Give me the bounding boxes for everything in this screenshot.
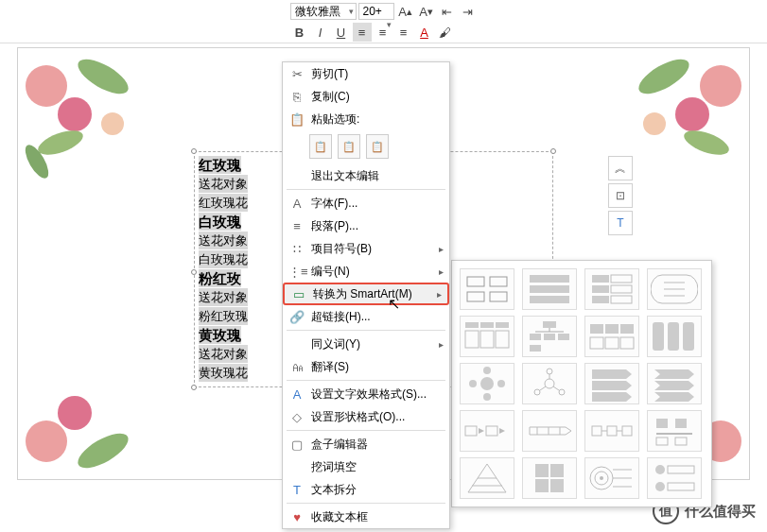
submenu-arrow-icon: ▸ <box>439 266 444 277</box>
smartart-horizontal-bullet-list[interactable] <box>647 268 702 310</box>
svg-point-0 <box>26 65 67 107</box>
smartart-segmented-process[interactable] <box>647 316 702 357</box>
menu-copy[interactable]: ⎘复制(C) <box>283 85 449 108</box>
svg-point-7 <box>675 97 709 131</box>
smartart-step-up-process[interactable] <box>584 410 639 452</box>
svg-line-65 <box>553 386 559 390</box>
text-line[interactable]: 白玫瑰花 <box>199 250 248 268</box>
text-line[interactable]: 送花对象 <box>199 232 248 249</box>
decrease-font-icon[interactable]: A▾ <box>417 2 436 21</box>
paste-icon: 📋 <box>288 112 305 127</box>
svg-rect-49 <box>605 337 619 349</box>
menu-convert-smartart[interactable]: ▭转换为 SmartArt(M)▸ <box>283 283 449 305</box>
svg-rect-83 <box>535 464 549 477</box>
smartart-radial-cluster[interactable] <box>460 363 514 404</box>
resize-handle[interactable] <box>191 148 197 154</box>
svg-rect-51 <box>653 322 664 351</box>
smartart-continuous-arrow[interactable] <box>522 410 577 452</box>
smartart-vertical-chevron-list[interactable] <box>584 363 639 404</box>
text-line[interactable]: 粉红玫瑰 <box>199 307 248 325</box>
mouse-cursor: ↖ <box>388 295 400 313</box>
menu-translate[interactable]: 🗛翻译(S) <box>283 355 449 378</box>
format-painter-icon[interactable]: 🖌 <box>436 23 455 42</box>
smartart-pyramid-list[interactable] <box>460 457 514 499</box>
text-line[interactable]: 送花对象 <box>199 175 248 193</box>
text-line[interactable]: 白玫瑰 <box>199 213 241 231</box>
menu-favorite[interactable]: ♥收藏文本框 <box>283 506 449 528</box>
menu-shape-format[interactable]: ◇设置形状格式(O)... <box>283 405 449 428</box>
italic-button[interactable]: I <box>311 23 330 42</box>
text-split-icon: T <box>288 483 305 497</box>
smartart-vertical-arrow-list[interactable] <box>647 363 702 404</box>
resize-handle[interactable] <box>191 385 197 390</box>
expand-up-icon[interactable]: ︽ <box>608 156 633 180</box>
paragraph-icon: ≡ <box>288 219 305 233</box>
text-line[interactable]: 粉红玫 <box>199 269 241 287</box>
smartart-basic-process[interactable] <box>460 410 514 452</box>
smartart-table-list[interactable] <box>460 316 514 357</box>
menu-fill-blank[interactable]: 挖词填空 <box>283 455 449 478</box>
smartart-vertical-box-list[interactable] <box>584 268 639 310</box>
menu-bullets[interactable]: ∷项目符号(B)▸ <box>283 237 449 260</box>
text-line[interactable]: 红玫瑰花 <box>199 194 248 212</box>
menu-font[interactable]: A字体(F)... <box>283 192 449 215</box>
smartart-vertical-picture-list[interactable] <box>647 457 702 499</box>
increase-indent-icon[interactable]: ⇥ <box>459 2 478 21</box>
text-line[interactable]: 送花对象 <box>199 345 248 363</box>
smartart-diverging-radial[interactable] <box>522 363 577 404</box>
svg-point-58 <box>483 393 491 401</box>
menu-exit-text-edit[interactable]: 退出文本编辑 <box>283 164 449 187</box>
font-name-select[interactable]: 微软雅黑 <box>290 3 357 20</box>
text-line[interactable]: 红玫瑰 <box>199 156 241 174</box>
smartart-basic-block-list[interactable] <box>460 268 514 310</box>
paste-text-only-icon[interactable]: 📋 <box>366 134 389 159</box>
box-icon: ▢ <box>288 438 305 452</box>
resize-handle[interactable] <box>191 269 197 275</box>
menu-synonyms[interactable]: 同义词(Y)▸ <box>283 333 449 355</box>
menu-text-effects[interactable]: A设置文字效果格式(S)... <box>283 383 449 405</box>
font-color-icon[interactable]: A <box>415 23 434 42</box>
svg-rect-77 <box>675 419 687 428</box>
increase-font-icon[interactable]: A▴ <box>396 2 415 21</box>
resize-handle[interactable] <box>550 148 556 154</box>
svg-rect-96 <box>668 483 694 490</box>
menu-hyperlink[interactable]: 🔗超链接(H)... <box>283 305 449 328</box>
smartart-picture-list[interactable] <box>584 316 639 357</box>
svg-rect-22 <box>530 296 569 303</box>
svg-point-4 <box>101 112 124 135</box>
paste-keep-format-icon[interactable]: 📋 <box>309 134 332 159</box>
decrease-indent-icon[interactable]: ⇤ <box>438 2 457 21</box>
text-line[interactable]: 黄玫瑰花 <box>199 364 248 382</box>
svg-rect-42 <box>530 345 541 352</box>
menu-cut[interactable]: ✂剪切(T) <box>283 62 449 85</box>
smartart-basic-matrix[interactable] <box>522 457 577 499</box>
text-line[interactable]: 黄玫瑰 <box>199 326 241 344</box>
align-right-icon[interactable]: ≡ <box>394 23 413 42</box>
svg-rect-48 <box>590 337 603 349</box>
paste-merge-format-icon[interactable]: 📋 <box>338 134 360 159</box>
menu-text-split[interactable]: T文本拆分 <box>283 478 449 501</box>
text-layout-icon[interactable]: T <box>608 211 633 235</box>
svg-point-57 <box>497 380 505 387</box>
svg-rect-27 <box>592 296 609 303</box>
font-size-select[interactable]: 20+ <box>358 3 394 20</box>
smartart-vertical-bullet-list[interactable] <box>522 268 577 310</box>
smartart-target-list[interactable] <box>584 457 639 499</box>
svg-rect-80 <box>675 438 687 445</box>
menu-numbering[interactable]: ⋮≡编号(N)▸ <box>283 260 449 283</box>
smartart-gallery <box>451 260 712 507</box>
menu-box-editor[interactable]: ▢盒子编辑器 <box>283 433 449 455</box>
svg-rect-76 <box>656 419 668 428</box>
align-left-icon[interactable]: ≡ <box>353 23 372 42</box>
bold-button[interactable]: B <box>290 23 309 42</box>
svg-rect-23 <box>592 275 609 283</box>
svg-rect-71 <box>592 426 601 436</box>
smartart-hierarchy[interactable] <box>522 316 577 357</box>
layout-center-icon[interactable]: ⊡ <box>608 183 633 208</box>
menu-paragraph[interactable]: ≡段落(P)... <box>283 215 449 237</box>
svg-point-89 <box>600 476 603 480</box>
smartart-picture-accent-process[interactable] <box>647 410 702 452</box>
underline-button[interactable]: U <box>332 23 351 42</box>
svg-rect-35 <box>465 331 479 348</box>
text-line[interactable]: 送花对象 <box>199 288 248 306</box>
